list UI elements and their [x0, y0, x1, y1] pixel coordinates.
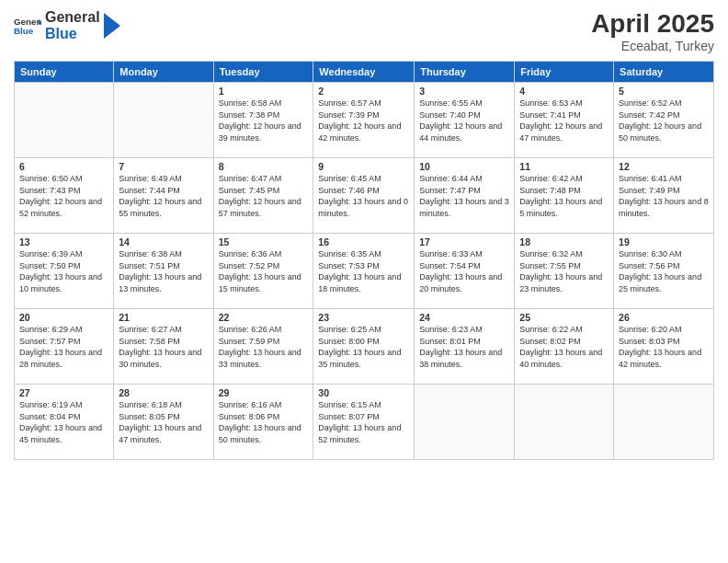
day-number: 22	[219, 312, 309, 323]
table-row: 22Sunrise: 6:26 AM Sunset: 7:59 PM Dayli…	[213, 309, 313, 385]
day-info: Sunrise: 6:39 AM Sunset: 7:50 PM Dayligh…	[19, 248, 108, 294]
day-info: Sunrise: 6:26 AM Sunset: 7:59 PM Dayligh…	[219, 324, 309, 370]
day-number: 12	[619, 161, 709, 172]
day-number: 21	[119, 312, 208, 323]
table-row: 29Sunrise: 6:16 AM Sunset: 8:06 PM Dayli…	[213, 385, 313, 460]
day-info: Sunrise: 6:41 AM Sunset: 7:49 PM Dayligh…	[619, 173, 709, 219]
day-number: 2	[318, 86, 409, 97]
day-info: Sunrise: 6:29 AM Sunset: 7:57 PM Dayligh…	[19, 324, 108, 370]
logo: General Blue General Blue	[14, 9, 120, 41]
day-number: 17	[419, 236, 509, 247]
calendar-week-row: 6Sunrise: 6:50 AM Sunset: 7:43 PM Daylig…	[15, 158, 714, 234]
table-row: 12Sunrise: 6:41 AM Sunset: 7:49 PM Dayli…	[614, 158, 714, 234]
day-number: 14	[119, 236, 208, 247]
day-number: 13	[19, 236, 108, 247]
col-wednesday: Wednesday	[313, 62, 415, 83]
page: General Blue General Blue April 2025 Ece…	[0, 0, 728, 563]
day-number: 4	[519, 86, 609, 97]
table-row: 19Sunrise: 6:30 AM Sunset: 7:56 PM Dayli…	[614, 234, 714, 309]
day-number: 16	[318, 236, 409, 247]
table-row: 16Sunrise: 6:35 AM Sunset: 7:53 PM Dayli…	[313, 234, 415, 309]
day-info: Sunrise: 6:16 AM Sunset: 8:06 PM Dayligh…	[219, 399, 309, 445]
table-row: 23Sunrise: 6:25 AM Sunset: 8:00 PM Dayli…	[313, 309, 415, 385]
day-number: 28	[119, 387, 208, 398]
month-title: April 2025	[591, 9, 714, 39]
table-row: 6Sunrise: 6:50 AM Sunset: 7:43 PM Daylig…	[15, 158, 114, 234]
day-info: Sunrise: 6:45 AM Sunset: 7:46 PM Dayligh…	[318, 173, 409, 219]
day-info: Sunrise: 6:19 AM Sunset: 8:04 PM Dayligh…	[19, 399, 108, 445]
day-number: 8	[219, 161, 309, 172]
table-row	[114, 83, 213, 158]
day-info: Sunrise: 6:36 AM Sunset: 7:52 PM Dayligh…	[219, 248, 309, 294]
day-info: Sunrise: 6:33 AM Sunset: 7:54 PM Dayligh…	[419, 248, 509, 294]
calendar-week-row: 20Sunrise: 6:29 AM Sunset: 7:57 PM Dayli…	[15, 309, 714, 385]
col-thursday: Thursday	[415, 62, 515, 83]
table-row: 27Sunrise: 6:19 AM Sunset: 8:04 PM Dayli…	[15, 385, 114, 460]
header: General Blue General Blue April 2025 Ece…	[14, 9, 714, 53]
table-row: 20Sunrise: 6:29 AM Sunset: 7:57 PM Dayli…	[15, 309, 114, 385]
day-number: 10	[419, 161, 509, 172]
day-number: 30	[318, 387, 409, 398]
logo-blue: Blue	[45, 26, 100, 42]
day-number: 25	[519, 312, 609, 323]
table-row	[415, 385, 515, 460]
table-row: 3Sunrise: 6:55 AM Sunset: 7:40 PM Daylig…	[415, 83, 515, 158]
day-info: Sunrise: 6:30 AM Sunset: 7:56 PM Dayligh…	[619, 248, 709, 294]
col-friday: Friday	[515, 62, 614, 83]
table-row: 1Sunrise: 6:58 AM Sunset: 7:38 PM Daylig…	[213, 83, 313, 158]
table-row	[15, 83, 114, 158]
day-number: 1	[219, 86, 309, 97]
table-row: 18Sunrise: 6:32 AM Sunset: 7:55 PM Dayli…	[515, 234, 614, 309]
logo-arrow-icon	[104, 13, 120, 39]
table-row: 2Sunrise: 6:57 AM Sunset: 7:39 PM Daylig…	[313, 83, 415, 158]
table-row: 5Sunrise: 6:52 AM Sunset: 7:42 PM Daylig…	[614, 83, 714, 158]
table-row: 13Sunrise: 6:39 AM Sunset: 7:50 PM Dayli…	[15, 234, 114, 309]
day-info: Sunrise: 6:22 AM Sunset: 8:02 PM Dayligh…	[519, 324, 609, 370]
day-number: 18	[519, 236, 609, 247]
table-row: 9Sunrise: 6:45 AM Sunset: 7:46 PM Daylig…	[313, 158, 415, 234]
logo-icon: General Blue	[14, 12, 41, 40]
table-row: 25Sunrise: 6:22 AM Sunset: 8:02 PM Dayli…	[515, 309, 614, 385]
table-row: 4Sunrise: 6:53 AM Sunset: 7:41 PM Daylig…	[515, 83, 614, 158]
col-saturday: Saturday	[614, 62, 714, 83]
col-monday: Monday	[114, 62, 213, 83]
col-tuesday: Tuesday	[213, 62, 313, 83]
day-info: Sunrise: 6:18 AM Sunset: 8:05 PM Dayligh…	[119, 399, 208, 445]
day-info: Sunrise: 6:47 AM Sunset: 7:45 PM Dayligh…	[219, 173, 309, 219]
table-row: 14Sunrise: 6:38 AM Sunset: 7:51 PM Dayli…	[114, 234, 213, 309]
day-number: 26	[619, 312, 709, 323]
day-number: 7	[119, 161, 208, 172]
table-row: 7Sunrise: 6:49 AM Sunset: 7:44 PM Daylig…	[114, 158, 213, 234]
day-number: 15	[219, 236, 309, 247]
day-info: Sunrise: 6:38 AM Sunset: 7:51 PM Dayligh…	[119, 248, 208, 294]
day-number: 9	[318, 161, 409, 172]
calendar-week-row: 13Sunrise: 6:39 AM Sunset: 7:50 PM Dayli…	[15, 234, 714, 309]
table-row	[614, 385, 714, 460]
day-info: Sunrise: 6:50 AM Sunset: 7:43 PM Dayligh…	[19, 173, 108, 219]
day-info: Sunrise: 6:49 AM Sunset: 7:44 PM Dayligh…	[119, 173, 208, 219]
day-number: 6	[19, 161, 108, 172]
day-info: Sunrise: 6:23 AM Sunset: 8:01 PM Dayligh…	[419, 324, 509, 370]
calendar-week-row: 27Sunrise: 6:19 AM Sunset: 8:04 PM Dayli…	[15, 385, 714, 460]
table-row: 15Sunrise: 6:36 AM Sunset: 7:52 PM Dayli…	[213, 234, 313, 309]
title-block: April 2025 Eceabat, Turkey	[591, 9, 714, 53]
table-row: 26Sunrise: 6:20 AM Sunset: 8:03 PM Dayli…	[614, 309, 714, 385]
day-number: 11	[519, 161, 609, 172]
calendar-header-row: Sunday Monday Tuesday Wednesday Thursday…	[15, 62, 714, 83]
day-info: Sunrise: 6:25 AM Sunset: 8:00 PM Dayligh…	[318, 324, 409, 370]
table-row: 10Sunrise: 6:44 AM Sunset: 7:47 PM Dayli…	[415, 158, 515, 234]
table-row: 17Sunrise: 6:33 AM Sunset: 7:54 PM Dayli…	[415, 234, 515, 309]
table-row: 28Sunrise: 6:18 AM Sunset: 8:05 PM Dayli…	[114, 385, 213, 460]
table-row: 21Sunrise: 6:27 AM Sunset: 7:58 PM Dayli…	[114, 309, 213, 385]
logo-general: General	[45, 9, 100, 26]
svg-text:General: General	[14, 16, 41, 26]
day-info: Sunrise: 6:52 AM Sunset: 7:42 PM Dayligh…	[619, 98, 709, 144]
table-row: 8Sunrise: 6:47 AM Sunset: 7:45 PM Daylig…	[213, 158, 313, 234]
day-info: Sunrise: 6:57 AM Sunset: 7:39 PM Dayligh…	[318, 98, 409, 144]
day-info: Sunrise: 6:20 AM Sunset: 8:03 PM Dayligh…	[619, 324, 709, 370]
day-info: Sunrise: 6:44 AM Sunset: 7:47 PM Dayligh…	[419, 173, 509, 219]
day-info: Sunrise: 6:53 AM Sunset: 7:41 PM Dayligh…	[519, 98, 609, 144]
table-row	[515, 385, 614, 460]
location: Eceabat, Turkey	[591, 39, 714, 53]
day-number: 23	[318, 312, 409, 323]
